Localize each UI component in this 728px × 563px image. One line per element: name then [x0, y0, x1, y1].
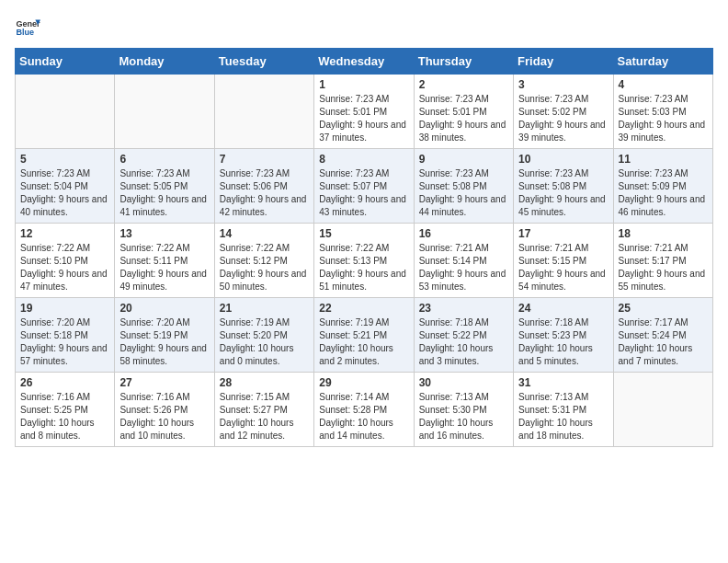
day-number: 16 [419, 227, 508, 240]
day-info: Sunrise: 7:17 AM Sunset: 5:24 PM Dayligh… [619, 316, 708, 368]
col-header-thursday: Thursday [414, 49, 513, 75]
day-info: Sunrise: 7:23 AM Sunset: 5:08 PM Dayligh… [419, 167, 508, 219]
day-number: 7 [220, 153, 309, 166]
calendar-cell: 15Sunrise: 7:22 AM Sunset: 5:13 PM Dayli… [314, 224, 414, 298]
calendar-cell: 29Sunrise: 7:14 AM Sunset: 5:28 PM Dayli… [314, 373, 414, 447]
calendar-week-row: 12Sunrise: 7:22 AM Sunset: 5:10 PM Dayli… [16, 224, 713, 298]
calendar-cell: 10Sunrise: 7:23 AM Sunset: 5:08 PM Dayli… [514, 149, 613, 224]
day-info: Sunrise: 7:23 AM Sunset: 5:01 PM Dayligh… [319, 93, 408, 144]
day-number: 23 [419, 302, 508, 315]
day-info: Sunrise: 7:22 AM Sunset: 5:13 PM Dayligh… [319, 242, 408, 293]
calendar-table: SundayMondayTuesdayWednesdayThursdayFrid… [15, 48, 713, 447]
calendar-cell: 8Sunrise: 7:23 AM Sunset: 5:07 PM Daylig… [314, 149, 414, 224]
day-number: 15 [319, 227, 408, 240]
day-info: Sunrise: 7:16 AM Sunset: 5:26 PM Dayligh… [119, 391, 209, 442]
calendar-cell: 5Sunrise: 7:23 AM Sunset: 5:04 PM Daylig… [16, 149, 115, 224]
col-header-sunday: Sunday [16, 49, 115, 75]
calendar-cell: 3Sunrise: 7:23 AM Sunset: 5:02 PM Daylig… [514, 75, 613, 149]
day-number: 11 [619, 153, 708, 166]
day-number: 19 [20, 302, 109, 315]
day-info: Sunrise: 7:23 AM Sunset: 5:01 PM Dayligh… [419, 93, 508, 144]
calendar-week-row: 19Sunrise: 7:20 AM Sunset: 5:18 PM Dayli… [16, 298, 713, 373]
page-header: General Blue [15, 15, 713, 40]
day-info: Sunrise: 7:18 AM Sunset: 5:23 PM Dayligh… [518, 316, 608, 368]
day-info: Sunrise: 7:23 AM Sunset: 5:07 PM Dayligh… [319, 167, 408, 219]
day-number: 24 [518, 302, 608, 315]
calendar-cell [613, 373, 712, 447]
logo: General Blue [15, 15, 40, 40]
day-number: 4 [619, 78, 708, 91]
calendar-cell: 20Sunrise: 7:20 AM Sunset: 5:19 PM Dayli… [115, 298, 214, 373]
day-number: 1 [319, 78, 408, 91]
calendar-week-row: 1Sunrise: 7:23 AM Sunset: 5:01 PM Daylig… [16, 75, 713, 149]
calendar-cell [214, 75, 313, 149]
calendar-cell: 17Sunrise: 7:21 AM Sunset: 5:15 PM Dayli… [514, 224, 613, 298]
day-info: Sunrise: 7:20 AM Sunset: 5:18 PM Dayligh… [20, 316, 109, 368]
calendar-cell: 23Sunrise: 7:18 AM Sunset: 5:22 PM Dayli… [414, 298, 513, 373]
col-header-friday: Friday [514, 49, 613, 75]
day-info: Sunrise: 7:23 AM Sunset: 5:05 PM Dayligh… [119, 167, 209, 219]
calendar-cell [16, 75, 115, 149]
day-number: 22 [319, 302, 408, 315]
day-info: Sunrise: 7:22 AM Sunset: 5:10 PM Dayligh… [20, 242, 109, 293]
day-number: 12 [20, 227, 109, 240]
day-info: Sunrise: 7:19 AM Sunset: 5:21 PM Dayligh… [319, 316, 408, 368]
calendar-cell: 9Sunrise: 7:23 AM Sunset: 5:08 PM Daylig… [414, 149, 513, 224]
calendar-cell: 30Sunrise: 7:13 AM Sunset: 5:30 PM Dayli… [414, 373, 513, 447]
day-number: 27 [119, 376, 209, 389]
col-header-saturday: Saturday [613, 49, 712, 75]
day-info: Sunrise: 7:13 AM Sunset: 5:30 PM Dayligh… [419, 391, 508, 442]
calendar-header-row: SundayMondayTuesdayWednesdayThursdayFrid… [16, 49, 713, 75]
day-number: 13 [119, 227, 209, 240]
day-info: Sunrise: 7:21 AM Sunset: 5:14 PM Dayligh… [419, 242, 508, 293]
day-info: Sunrise: 7:23 AM Sunset: 5:03 PM Dayligh… [619, 93, 708, 144]
calendar-cell: 12Sunrise: 7:22 AM Sunset: 5:10 PM Dayli… [16, 224, 115, 298]
day-number: 14 [220, 227, 309, 240]
logo-icon: General Blue [15, 15, 40, 40]
calendar-cell: 2Sunrise: 7:23 AM Sunset: 5:01 PM Daylig… [414, 75, 513, 149]
calendar-cell: 28Sunrise: 7:15 AM Sunset: 5:27 PM Dayli… [214, 373, 313, 447]
day-number: 30 [419, 376, 508, 389]
calendar-cell: 22Sunrise: 7:19 AM Sunset: 5:21 PM Dayli… [314, 298, 414, 373]
calendar-cell: 1Sunrise: 7:23 AM Sunset: 5:01 PM Daylig… [314, 75, 414, 149]
day-number: 9 [419, 153, 508, 166]
day-number: 31 [518, 376, 608, 389]
day-number: 21 [220, 302, 309, 315]
calendar-cell: 26Sunrise: 7:16 AM Sunset: 5:25 PM Dayli… [16, 373, 115, 447]
calendar-cell: 24Sunrise: 7:18 AM Sunset: 5:23 PM Dayli… [514, 298, 613, 373]
day-number: 2 [419, 78, 508, 91]
day-info: Sunrise: 7:23 AM Sunset: 5:02 PM Dayligh… [518, 93, 608, 144]
day-info: Sunrise: 7:21 AM Sunset: 5:15 PM Dayligh… [518, 242, 608, 293]
col-header-monday: Monday [115, 49, 214, 75]
calendar-cell: 6Sunrise: 7:23 AM Sunset: 5:05 PM Daylig… [115, 149, 214, 224]
day-info: Sunrise: 7:21 AM Sunset: 5:17 PM Dayligh… [619, 242, 708, 293]
day-info: Sunrise: 7:23 AM Sunset: 5:09 PM Dayligh… [619, 167, 708, 219]
day-info: Sunrise: 7:23 AM Sunset: 5:06 PM Dayligh… [220, 167, 309, 219]
calendar-week-row: 26Sunrise: 7:16 AM Sunset: 5:25 PM Dayli… [16, 373, 713, 447]
calendar-cell: 4Sunrise: 7:23 AM Sunset: 5:03 PM Daylig… [613, 75, 712, 149]
day-info: Sunrise: 7:15 AM Sunset: 5:27 PM Dayligh… [220, 391, 309, 442]
day-info: Sunrise: 7:13 AM Sunset: 5:31 PM Dayligh… [518, 391, 608, 442]
calendar-cell: 25Sunrise: 7:17 AM Sunset: 5:24 PM Dayli… [613, 298, 712, 373]
day-info: Sunrise: 7:22 AM Sunset: 5:12 PM Dayligh… [220, 242, 309, 293]
calendar-cell: 27Sunrise: 7:16 AM Sunset: 5:26 PM Dayli… [115, 373, 214, 447]
col-header-tuesday: Tuesday [214, 49, 313, 75]
day-number: 17 [518, 227, 608, 240]
calendar-cell: 31Sunrise: 7:13 AM Sunset: 5:31 PM Dayli… [514, 373, 613, 447]
day-number: 18 [619, 227, 708, 240]
day-number: 29 [319, 376, 408, 389]
day-number: 6 [119, 153, 209, 166]
calendar-week-row: 5Sunrise: 7:23 AM Sunset: 5:04 PM Daylig… [16, 149, 713, 224]
day-info: Sunrise: 7:22 AM Sunset: 5:11 PM Dayligh… [119, 242, 209, 293]
day-number: 8 [319, 153, 408, 166]
day-info: Sunrise: 7:18 AM Sunset: 5:22 PM Dayligh… [419, 316, 508, 368]
day-info: Sunrise: 7:14 AM Sunset: 5:28 PM Dayligh… [319, 391, 408, 442]
svg-text:Blue: Blue [16, 28, 34, 37]
day-number: 26 [20, 376, 109, 389]
day-info: Sunrise: 7:23 AM Sunset: 5:08 PM Dayligh… [518, 167, 608, 219]
calendar-cell: 7Sunrise: 7:23 AM Sunset: 5:06 PM Daylig… [214, 149, 313, 224]
day-number: 28 [220, 376, 309, 389]
calendar-cell: 19Sunrise: 7:20 AM Sunset: 5:18 PM Dayli… [16, 298, 115, 373]
calendar-cell: 21Sunrise: 7:19 AM Sunset: 5:20 PM Dayli… [214, 298, 313, 373]
calendar-cell: 16Sunrise: 7:21 AM Sunset: 5:14 PM Dayli… [414, 224, 513, 298]
